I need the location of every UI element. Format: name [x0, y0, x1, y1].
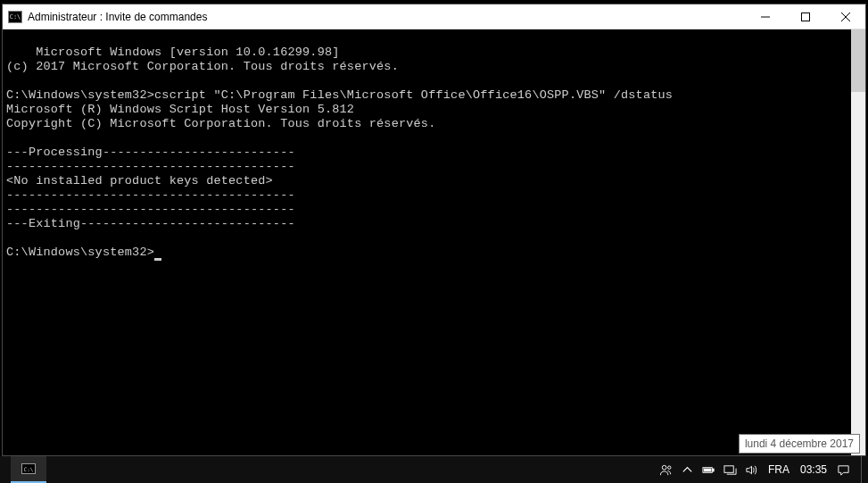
- svg-point-4: [663, 465, 667, 470]
- cmd-icon: C:\: [8, 11, 22, 23]
- scroll-thumb[interactable]: [851, 29, 865, 92]
- action-center-icon[interactable]: [836, 462, 850, 477]
- language-indicator[interactable]: FRA: [766, 463, 791, 476]
- window-title: Administrateur : Invite de commandes: [28, 11, 745, 23]
- network-icon[interactable]: [723, 462, 738, 477]
- scrollbar[interactable]: [851, 29, 865, 455]
- text-cursor: [154, 258, 161, 261]
- svg-rect-7: [713, 469, 714, 471]
- command-prompt-window: C:\ Administrateur : Invite de commandes…: [2, 4, 866, 456]
- system-tray: FRA 03:35: [659, 456, 868, 483]
- close-button[interactable]: [825, 4, 865, 29]
- taskbar-left: C:\: [0, 456, 46, 483]
- svg-rect-8: [705, 469, 712, 471]
- maximize-button[interactable]: [785, 4, 825, 29]
- console-output[interactable]: Microsoft Windows [version 10.0.16299.98…: [3, 29, 865, 455]
- cmd-icon: C:\: [21, 463, 36, 474]
- taskbar: C:\ FRA 03:35: [0, 456, 868, 483]
- date-tooltip: lundi 4 décembre 2017: [739, 434, 860, 454]
- svg-rect-1: [801, 12, 809, 21]
- clock[interactable]: 03:35: [798, 463, 829, 476]
- window-controls: [745, 4, 865, 29]
- people-icon[interactable]: [659, 462, 674, 477]
- svg-rect-9: [724, 465, 733, 472]
- titlebar[interactable]: C:\ Administrateur : Invite de commandes: [3, 4, 865, 29]
- taskbar-cmd-item[interactable]: C:\: [11, 456, 46, 483]
- show-desktop[interactable]: [861, 456, 866, 483]
- battery-icon[interactable]: [702, 462, 716, 477]
- volume-icon[interactable]: [745, 462, 759, 477]
- minimize-button[interactable]: [745, 4, 785, 29]
- chevron-up-icon[interactable]: [681, 462, 695, 477]
- svg-point-5: [668, 466, 671, 469]
